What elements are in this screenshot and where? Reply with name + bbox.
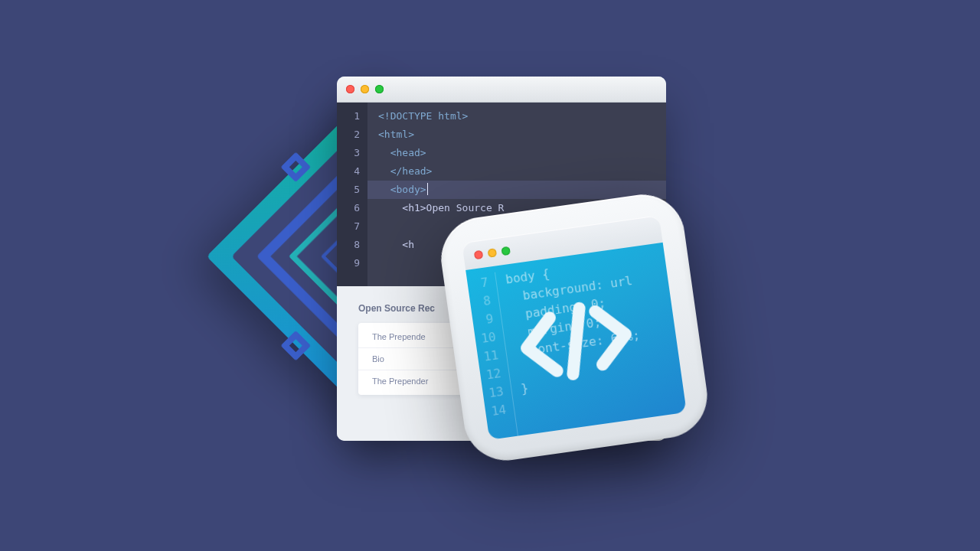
code-line: <head> — [378, 147, 426, 158]
text-cursor — [427, 183, 428, 195]
code-line: <!DOCTYPE html> — [378, 110, 468, 122]
window-minimize-icon[interactable] — [361, 85, 369, 93]
window-close-icon — [474, 249, 483, 259]
code-line: </head> — [378, 165, 432, 177]
line-number: 7 — [337, 217, 360, 236]
line-number: 1 — [337, 107, 360, 126]
code-brackets-icon — [466, 243, 687, 440]
window-zoom-icon[interactable] — [375, 85, 384, 93]
code-line: <h — [378, 239, 414, 250]
line-number: 6 — [337, 199, 360, 217]
line-number: 8 — [337, 236, 360, 254]
svg-line-0 — [564, 308, 588, 374]
code-line: <h1>Open Source R — [378, 202, 504, 214]
line-number: 3 — [337, 144, 360, 162]
app-icon: 7 8 9 10 11 12 13 14 body { background: … — [436, 189, 712, 465]
window-close-icon[interactable] — [346, 85, 354, 93]
line-number: 4 — [337, 162, 360, 181]
line-number-gutter: 1 2 3 4 5 6 7 8 9 — [337, 103, 368, 286]
line-number: 5 — [337, 181, 360, 199]
code-line: <html> — [378, 129, 414, 140]
code-line: <body> — [378, 184, 426, 195]
line-number: 2 — [337, 126, 360, 144]
line-number: 9 — [337, 254, 360, 272]
window-minimize-icon — [488, 248, 497, 257]
illustration-stage: 1 2 3 4 5 6 7 8 9 <!DOCTYPE html> <html>… — [0, 0, 980, 551]
editor-titlebar — [337, 77, 666, 103]
window-zoom-icon — [501, 246, 510, 255]
